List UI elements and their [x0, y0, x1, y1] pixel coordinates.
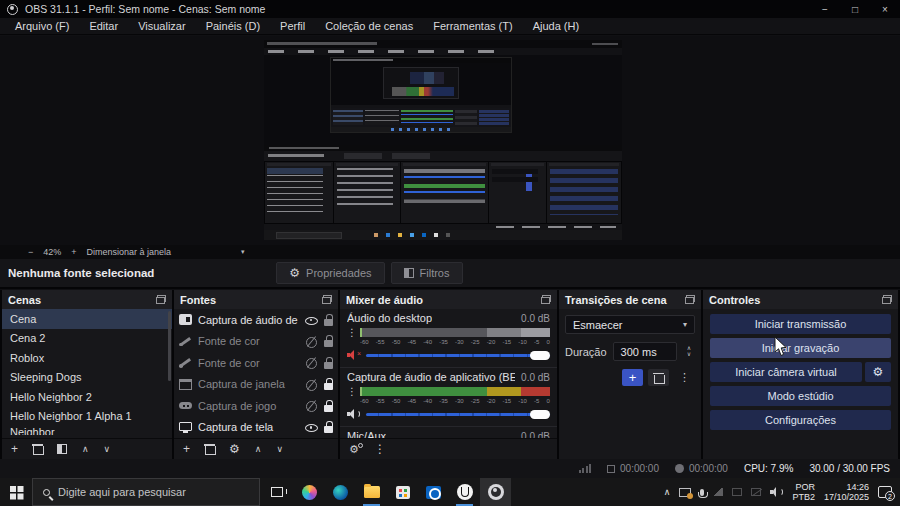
visibility-eye-icon[interactable] [304, 313, 318, 326]
add-source-button[interactable]: + [183, 443, 190, 455]
mixer-menu-button[interactable]: ⋮ [374, 443, 386, 455]
slider-handle[interactable] [530, 351, 550, 360]
volume-slider[interactable] [366, 348, 550, 362]
source-list-item[interactable]: Captura de jogo [174, 395, 338, 417]
scene-list-item[interactable]: Sleeping Dogs [2, 368, 172, 388]
start-virtual-camera-button[interactable]: Iniciar câmera virtual [710, 362, 862, 382]
tray-microphone-icon[interactable] [700, 489, 704, 496]
taskbar-edge-button[interactable] [325, 478, 356, 506]
remove-scene-button[interactable] [33, 444, 42, 454]
minimize-button[interactable]: − [810, 0, 840, 18]
transition-select[interactable]: Esmaecer ▾ [565, 315, 695, 334]
source-list-item[interactable]: Captura de áudio de aplica [174, 309, 338, 331]
scene-list-item[interactable]: Hello Neighbor 1 Alpha 1 [2, 407, 172, 427]
task-view-button[interactable] [260, 478, 294, 506]
zoom-in-button[interactable]: + [71, 247, 76, 257]
start-streaming-button[interactable]: Iniciar transmissão [710, 314, 891, 334]
source-list-item[interactable]: Fonte de cor [174, 352, 338, 374]
scene-list-item[interactable]: Roblox [2, 348, 172, 368]
channel-menu-button[interactable]: ⋮ [347, 387, 356, 405]
move-source-down-button[interactable]: ∨ [276, 445, 283, 454]
preview-canvas[interactable] [264, 40, 622, 240]
close-button[interactable]: × [870, 0, 900, 18]
add-scene-button[interactable]: + [11, 443, 18, 455]
duration-input[interactable]: 300 ms [613, 342, 677, 361]
duration-spinner[interactable]: ∧ ∨ [683, 346, 695, 357]
move-source-up-button[interactable]: ∧ [255, 445, 262, 454]
tray-network-icon[interactable] [751, 488, 761, 496]
taskbar-obs-button[interactable] [480, 478, 511, 506]
lock-icon[interactable] [324, 314, 333, 326]
mute-button[interactable] [347, 408, 361, 420]
tray-display-icon[interactable] [732, 488, 742, 496]
menu-item[interactable]: Perfil [270, 18, 315, 34]
settings-button[interactable]: Configurações [710, 410, 891, 430]
menu-item[interactable]: Coleção de cenas [315, 18, 423, 34]
visibility-eye-icon[interactable] [304, 356, 318, 369]
volume-slider[interactable] [366, 407, 550, 421]
scale-mode-caret-icon[interactable]: ▾ [241, 248, 245, 256]
tray-wifi-icon[interactable] [713, 488, 723, 496]
source-list-item[interactable]: Captura de tela [174, 417, 338, 439]
menu-item[interactable]: Painéis (D) [196, 18, 270, 34]
remove-source-button[interactable] [205, 444, 214, 454]
popout-icon[interactable] [541, 295, 551, 304]
visibility-eye-icon[interactable] [304, 421, 318, 434]
lock-icon[interactable] [324, 421, 333, 433]
add-transition-button[interactable]: + [622, 369, 643, 386]
popout-icon[interactable] [882, 295, 892, 304]
source-properties-button[interactable]: ⚙ [229, 443, 240, 455]
popout-icon[interactable] [685, 295, 695, 304]
scene-filters-button[interactable] [57, 444, 67, 454]
visibility-eye-icon[interactable] [304, 378, 318, 391]
start-button[interactable] [0, 478, 32, 506]
clock[interactable]: 14:26 17/10/2025 [824, 482, 869, 502]
maximize-button[interactable]: □ [840, 0, 870, 18]
taskbar-unreal-button[interactable] [449, 478, 480, 506]
menu-item[interactable]: Ferramentas (T) [423, 18, 522, 34]
taskbar-copilot-button[interactable] [294, 478, 325, 506]
menu-item[interactable]: Ajuda (H) [523, 18, 589, 34]
transition-menu-button[interactable]: ⋮ [674, 369, 695, 386]
advanced-audio-properties-button[interactable]: ⚙ [349, 443, 359, 456]
taskbar-search-input[interactable]: Digite aqui para pesquisar [32, 478, 260, 506]
slider-handle[interactable] [530, 410, 550, 419]
tray-screen-notification-icon[interactable] [679, 488, 691, 497]
lock-icon[interactable] [324, 335, 333, 347]
spin-down-icon[interactable]: ∨ [683, 352, 695, 357]
start-recording-button[interactable]: Iniciar gravação [710, 338, 891, 358]
scale-mode-label[interactable]: Dimensionar à janela [87, 247, 172, 257]
popout-icon[interactable] [156, 295, 166, 304]
taskbar-outlook-button[interactable] [418, 478, 449, 506]
menu-item[interactable]: Editar [79, 18, 128, 34]
remove-transition-button[interactable] [648, 369, 669, 386]
scene-list-item[interactable]: Neighbor [2, 426, 172, 435]
move-scene-up-button[interactable]: ∧ [82, 445, 89, 454]
virtual-camera-settings-button[interactable]: ⚙ [865, 362, 891, 382]
scenes-scrollbar[interactable] [168, 311, 171, 381]
visibility-eye-icon[interactable] [304, 399, 318, 412]
source-list-item[interactable]: Captura de janela [174, 374, 338, 396]
lock-icon[interactable] [324, 378, 333, 390]
lock-icon[interactable] [324, 400, 333, 412]
zoom-out-button[interactable]: − [28, 247, 33, 257]
scene-list-item[interactable]: Hello Neighbor 2 [2, 387, 172, 407]
properties-button[interactable]: ⚙ Propriedades [276, 262, 384, 284]
scene-list-item[interactable]: Cena 2 [2, 329, 172, 349]
filters-button[interactable]: Filtros [391, 262, 463, 284]
tray-volume-icon[interactable] [770, 487, 783, 497]
tray-expand-chevron[interactable]: ∧ [664, 487, 671, 497]
studio-mode-button[interactable]: Modo estúdio [710, 386, 891, 406]
visibility-eye-icon[interactable] [304, 335, 318, 348]
taskbar-explorer-button[interactable] [356, 478, 387, 506]
mute-button[interactable]: × [347, 349, 361, 361]
channel-menu-button[interactable]: ⋮ [347, 328, 356, 346]
scene-list-item[interactable]: Cena [2, 309, 172, 329]
notification-center-button[interactable]: 2 [878, 486, 892, 498]
popout-icon[interactable] [322, 295, 332, 304]
menu-item[interactable]: Arquivo (F) [5, 18, 79, 34]
menu-item[interactable]: Visualizar [128, 18, 196, 34]
source-list-item[interactable]: Fonte de cor [174, 331, 338, 353]
move-scene-down-button[interactable]: ∨ [104, 445, 111, 454]
lock-icon[interactable] [324, 357, 333, 369]
